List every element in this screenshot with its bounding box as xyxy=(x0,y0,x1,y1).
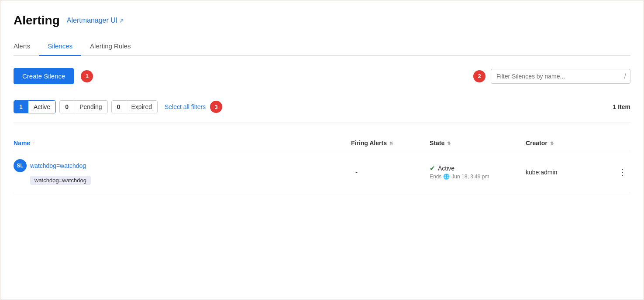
toolbar-right: 2 / xyxy=(473,69,630,84)
item-count: 1 Item xyxy=(613,103,630,110)
col-header-state[interactable]: State ⇅ xyxy=(430,140,526,147)
silence-name-link[interactable]: watchdog=watchdog xyxy=(30,162,86,169)
firing-alerts-cell: 5 - xyxy=(351,168,430,176)
creator-sort-icon: ⇅ xyxy=(550,141,554,146)
create-silence-button[interactable]: Create Silence xyxy=(14,68,74,84)
badge-3: 3 xyxy=(210,101,222,113)
silence-tag: watchdog=watchdog xyxy=(30,176,91,185)
filter-silences-input[interactable] xyxy=(491,69,630,84)
state-sort-icon: ⇅ xyxy=(447,141,451,146)
tab-alerts[interactable]: Alerts xyxy=(14,38,39,56)
tabs-bar: Alerts Silences Alerting Rules xyxy=(14,38,630,56)
actions-cell: 8 ⋮ xyxy=(613,166,630,178)
state-active-icon: ✔ xyxy=(430,164,435,172)
name-sort-icon: ↑ xyxy=(33,141,35,146)
globe-icon: 🌐 xyxy=(443,174,450,180)
toolbar-left: Create Silence 1 xyxy=(14,68,93,84)
badge-2: 2 xyxy=(473,70,486,82)
filter-active-button[interactable]: 1 Active xyxy=(14,100,56,113)
badge-1: 1 xyxy=(81,70,93,82)
silence-sl-badge: SL xyxy=(14,159,27,172)
silence-name-cell: 4 SL watchdog=watchdog watchdog=watchdog xyxy=(14,159,351,185)
page-title: Alerting xyxy=(14,14,60,27)
creator-cell: 7 kube:admin xyxy=(526,169,613,176)
alertmanager-ui-link[interactable]: Alertmanager UI ↗ xyxy=(67,17,124,24)
external-link-icon: ↗ xyxy=(119,17,124,24)
table-header: Name ↑ Firing Alerts ⇅ State ⇅ Creator ⇅ xyxy=(14,135,630,151)
col-header-creator[interactable]: Creator ⇅ xyxy=(526,140,613,147)
state-cell: 6 ✔ Active Ends 🌐 Jun 18, 3:49 pm xyxy=(430,164,526,180)
col-header-name[interactable]: Name ↑ xyxy=(14,140,351,147)
filter-pending-button[interactable]: 0 Pending xyxy=(59,100,107,113)
tab-alerting-rules[interactable]: Alerting Rules xyxy=(81,38,139,56)
filter-input-wrapper: / xyxy=(491,69,630,84)
filters-row: 1 Active 0 Pending 0 Expired Select all … xyxy=(14,98,630,123)
table-row: 4 SL watchdog=watchdog watchdog=watchdog… xyxy=(14,151,630,193)
toolbar-row: Create Silence 1 2 / xyxy=(14,68,630,84)
filter-expired-button[interactable]: 0 Expired xyxy=(111,100,158,113)
firing-alerts-sort-icon: ⇅ xyxy=(389,141,393,146)
select-all-filters-button[interactable]: Select all filters 3 xyxy=(161,98,226,116)
row-actions-button[interactable]: ⋮ xyxy=(615,166,630,178)
col-header-firing-alerts[interactable]: Firing Alerts ⇅ xyxy=(351,140,430,147)
tab-silences[interactable]: Silences xyxy=(39,38,81,56)
